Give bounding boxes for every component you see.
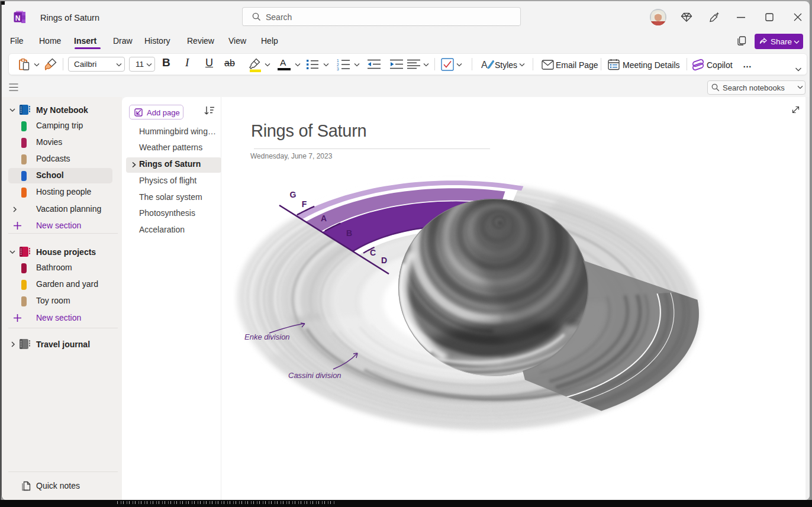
svg-text:2: 2 — [337, 63, 339, 67]
svg-text:Cassini division: Cassini division — [288, 371, 341, 380]
svg-text:D: D — [381, 256, 387, 265]
svg-text:G: G — [290, 190, 297, 199]
svg-text:3: 3 — [337, 67, 339, 71]
svg-text:A: A — [481, 60, 488, 70]
svg-text:C: C — [370, 248, 376, 257]
svg-text:F: F — [302, 199, 307, 209]
svg-text:B: B — [346, 228, 352, 238]
svg-text:A: A — [321, 214, 327, 223]
svg-text:1: 1 — [337, 59, 339, 63]
svg-text:N: N — [15, 14, 21, 22]
svg-text:Enke division: Enke division — [244, 332, 290, 341]
